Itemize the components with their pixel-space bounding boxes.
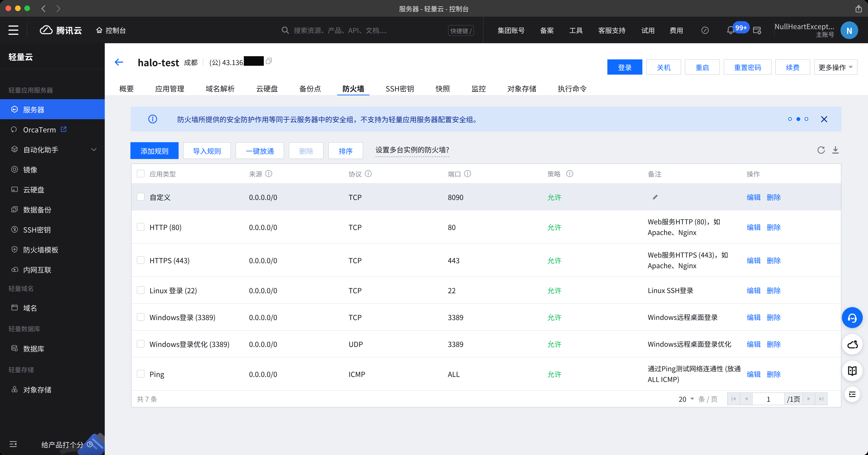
workbench-icon[interactable] bbox=[701, 26, 709, 34]
sidebar-item-cos[interactable]: 对象存储 bbox=[0, 379, 105, 399]
sidebar-item-domain[interactable]: 域名 bbox=[0, 297, 105, 318]
multi-instance-firewall-link[interactable]: 设置多台实例的防火墙? bbox=[375, 144, 449, 157]
nav-group-account[interactable]: 集团账号 bbox=[498, 17, 525, 43]
renew-button[interactable]: 续费 bbox=[775, 59, 810, 75]
sort-button[interactable]: 排序 bbox=[328, 142, 363, 159]
rate-product-link[interactable]: 给产品打个分 bbox=[41, 434, 93, 455]
source-info-icon[interactable] bbox=[265, 170, 273, 177]
more-actions-button[interactable]: 更多操作 bbox=[814, 59, 858, 75]
sidebar-item-orcaterm[interactable]: OrcaTerm bbox=[0, 119, 105, 139]
avatar[interactable]: N bbox=[840, 21, 858, 39]
sidebar-item-automation[interactable]: 自动化助手 bbox=[0, 139, 105, 159]
restart-button[interactable]: 重启 bbox=[685, 59, 720, 75]
edit-note-pencil-icon[interactable] bbox=[651, 193, 659, 201]
port-info-icon[interactable] bbox=[464, 170, 471, 177]
row-checkbox[interactable] bbox=[137, 223, 145, 231]
sidebar-item-vpc[interactable]: 内网互联 bbox=[0, 259, 105, 279]
last-page-button[interactable] bbox=[815, 393, 827, 405]
tab-firewall[interactable]: 防火墙 bbox=[337, 81, 369, 96]
row-checkbox[interactable] bbox=[137, 256, 145, 264]
nav-billing[interactable]: 费用 bbox=[670, 17, 683, 43]
menu-bar bbox=[8, 34, 19, 35]
documentation-fab[interactable] bbox=[842, 361, 863, 381]
delete-rule-link[interactable]: 删除 bbox=[767, 369, 781, 379]
delete-rule-link[interactable]: 删除 bbox=[767, 192, 781, 202]
tab-domain-resolution[interactable]: 域名解析 bbox=[200, 81, 240, 96]
edit-rule-link[interactable]: 编辑 bbox=[747, 369, 761, 379]
back-button[interactable] bbox=[114, 58, 123, 66]
add-rule-button[interactable]: 添加规则 bbox=[130, 142, 179, 159]
nav-support[interactable]: 客服支持 bbox=[598, 17, 625, 43]
tab-app-management[interactable]: 应用管理 bbox=[150, 81, 189, 96]
row-checkbox[interactable] bbox=[137, 313, 145, 321]
protocol-info-icon[interactable] bbox=[365, 170, 372, 177]
delete-rule-button[interactable]: 删除 bbox=[289, 142, 323, 159]
tab-ssh-key[interactable]: SSH密钥 bbox=[380, 81, 419, 96]
row-checkbox[interactable] bbox=[137, 370, 145, 378]
console-settings-icon[interactable] bbox=[752, 26, 762, 35]
carousel-dot-2[interactable] bbox=[797, 117, 800, 121]
delete-rule-link[interactable]: 删除 bbox=[767, 222, 781, 232]
sidebar-item-firewall-template[interactable]: 防火墙模板 bbox=[0, 239, 105, 259]
delete-rule-link[interactable]: 删除 bbox=[767, 312, 781, 322]
edit-rule-link[interactable]: 编辑 bbox=[747, 192, 761, 202]
nav-icp-filing[interactable]: 备案 bbox=[540, 17, 554, 43]
first-page-icon bbox=[731, 396, 737, 402]
tab-object-storage[interactable]: 对象存储 bbox=[502, 81, 542, 96]
search-input[interactable]: 搜索资源、产品、API、文档.... bbox=[294, 25, 387, 35]
tab-overview[interactable]: 概要 bbox=[114, 81, 139, 96]
user-account[interactable]: NullHeartExcept... 主账号 bbox=[777, 17, 834, 43]
task-list-fab[interactable] bbox=[845, 387, 860, 402]
first-page-button[interactable] bbox=[727, 393, 740, 405]
refresh-icon[interactable] bbox=[816, 145, 826, 155]
carousel-dot-1[interactable] bbox=[788, 117, 792, 121]
page-size-select[interactable]: 20 bbox=[679, 394, 694, 404]
reset-password-button[interactable]: 重置密码 bbox=[724, 59, 772, 75]
collapse-sidebar-icon[interactable] bbox=[9, 440, 17, 448]
edit-rule-link[interactable]: 编辑 bbox=[747, 339, 761, 349]
tab-monitoring[interactable]: 监控 bbox=[466, 81, 491, 96]
banner-close-icon[interactable] bbox=[820, 116, 828, 123]
row-checkbox[interactable] bbox=[137, 340, 145, 348]
sidebar-item-database[interactable]: 数据库 bbox=[0, 338, 105, 358]
share-icon[interactable] bbox=[855, 4, 863, 13]
select-all-checkbox[interactable] bbox=[137, 170, 145, 177]
brand-logo[interactable]: 腾讯云 bbox=[39, 17, 82, 43]
next-page-button[interactable] bbox=[803, 393, 815, 405]
tab-backup-point[interactable]: 备份点 bbox=[294, 81, 326, 96]
sidebar-item-server[interactable]: 服务器 bbox=[0, 99, 105, 119]
row-checkbox[interactable] bbox=[137, 193, 145, 201]
carousel-dot-3[interactable] bbox=[805, 117, 808, 121]
edit-rule-link[interactable]: 编辑 bbox=[747, 312, 761, 322]
sidebar-item-backup[interactable]: 数据备份 bbox=[0, 199, 105, 219]
download-icon[interactable] bbox=[831, 145, 840, 155]
sidebar-item-ssh-key[interactable]: SSH密钥 bbox=[0, 219, 105, 239]
import-rule-button[interactable]: 导入规则 bbox=[183, 142, 231, 159]
tab-cloud-disk[interactable]: 云硬盘 bbox=[251, 81, 283, 96]
cloud-notifications-fab[interactable] bbox=[842, 334, 863, 354]
tab-snapshot[interactable]: 快照 bbox=[430, 81, 455, 96]
edit-rule-link[interactable]: 编辑 bbox=[747, 255, 761, 265]
shutdown-button[interactable]: 关机 bbox=[646, 59, 681, 75]
rule-port: 3389 bbox=[448, 339, 464, 349]
page-number-input[interactable]: 1 bbox=[752, 393, 784, 405]
nav-trial[interactable]: 试用 bbox=[641, 17, 655, 43]
sidebar-item-image[interactable]: 镜像 bbox=[0, 159, 105, 179]
delete-rule-link[interactable]: 删除 bbox=[767, 255, 781, 265]
nav-tools[interactable]: 工具 bbox=[569, 17, 583, 43]
edit-rule-link[interactable]: 编辑 bbox=[747, 285, 761, 295]
menu-icon[interactable] bbox=[8, 17, 19, 43]
policy-info-icon[interactable] bbox=[566, 170, 574, 177]
sidebar-item-disk[interactable]: 云硬盘 bbox=[0, 179, 105, 199]
edit-rule-link[interactable]: 编辑 bbox=[747, 222, 761, 232]
allow-all-button[interactable]: 一键放通 bbox=[236, 142, 284, 159]
login-button[interactable]: 登录 bbox=[608, 59, 642, 75]
copy-ip-icon[interactable] bbox=[265, 57, 273, 65]
prev-page-button[interactable] bbox=[740, 393, 752, 405]
tab-run-command[interactable]: 执行命令 bbox=[553, 81, 592, 96]
console-home-link[interactable]: 控制台 bbox=[95, 17, 126, 43]
delete-rule-link[interactable]: 删除 bbox=[767, 285, 781, 295]
row-checkbox[interactable] bbox=[137, 286, 145, 294]
customer-support-fab[interactable] bbox=[842, 307, 863, 328]
delete-rule-link[interactable]: 删除 bbox=[767, 339, 781, 349]
